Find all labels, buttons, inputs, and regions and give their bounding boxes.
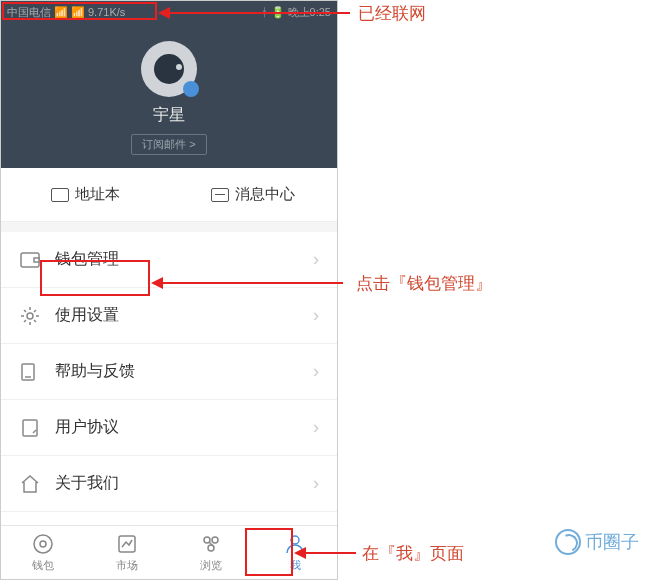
subscribe-button[interactable]: 订阅邮件 > (131, 134, 206, 155)
chevron-right-icon: › (313, 249, 319, 270)
tab-label: 市场 (116, 558, 138, 573)
tab-label: 钱包 (32, 558, 54, 573)
help-icon (19, 361, 41, 383)
menu-agreement[interactable]: 用户协议 › (1, 400, 337, 456)
avatar[interactable] (141, 41, 197, 97)
menu-label: 帮助与反馈 (55, 361, 313, 382)
arrow-head-icon (294, 547, 306, 559)
market-tab-icon (115, 532, 139, 556)
gear-icon (19, 305, 41, 327)
svg-rect-5 (23, 420, 37, 436)
messages-label: 消息中心 (235, 185, 295, 204)
arrow-head-icon (158, 7, 170, 19)
arrow-head-icon (151, 277, 163, 289)
messages-icon (211, 188, 229, 202)
tab-label: 浏览 (200, 558, 222, 573)
addressbook-icon (51, 188, 69, 202)
wallet-icon (19, 249, 41, 271)
annotation-me: 在『我』页面 (362, 542, 464, 565)
annotation-box-me-tab (245, 528, 293, 576)
chevron-right-icon: › (313, 473, 319, 494)
menu-help[interactable]: 帮助与反馈 › (1, 344, 337, 400)
menu-label: 使用设置 (55, 305, 313, 326)
wallet-tab-icon (31, 532, 55, 556)
annotation-box-statusbar (2, 2, 157, 20)
addressbook-label: 地址本 (75, 185, 120, 204)
annotation-wallet: 点击『钱包管理』 (356, 272, 492, 295)
annotation-arrow (153, 282, 343, 284)
chevron-right-icon: › (313, 361, 319, 382)
menu-label: 关于我们 (55, 473, 313, 494)
svg-point-6 (34, 535, 52, 553)
browse-tab-icon (199, 532, 223, 556)
menu-settings[interactable]: 使用设置 › (1, 288, 337, 344)
tab-browse[interactable]: 浏览 (169, 526, 253, 579)
avatar-badge-icon (183, 81, 199, 97)
chevron-right-icon: › (313, 417, 319, 438)
annotation-network: 已经联网 (358, 2, 426, 25)
svg-point-11 (208, 545, 214, 551)
svg-point-10 (212, 537, 218, 543)
annotation-arrow (160, 12, 350, 14)
document-icon (19, 417, 41, 439)
annotation-box-wallet (40, 260, 150, 296)
svg-point-7 (40, 541, 46, 547)
addressbook-button[interactable]: 地址本 (1, 168, 169, 221)
menu-about[interactable]: 关于我们 › (1, 456, 337, 512)
watermark-text: 币圈子 (585, 530, 639, 554)
menu-label: 用户协议 (55, 417, 313, 438)
tab-market[interactable]: 市场 (85, 526, 169, 579)
watermark: 币圈子 (555, 529, 639, 555)
chevron-right-icon: › (313, 305, 319, 326)
quick-actions: 地址本 消息中心 (1, 168, 337, 222)
profile-header: 宇星 订阅邮件 > (1, 23, 337, 168)
svg-rect-0 (21, 253, 39, 267)
tab-wallet[interactable]: 钱包 (1, 526, 85, 579)
username: 宇星 (153, 105, 185, 126)
svg-point-2 (27, 313, 33, 319)
messages-button[interactable]: 消息中心 (169, 168, 337, 221)
home-icon (19, 473, 41, 495)
watermark-icon (555, 529, 581, 555)
